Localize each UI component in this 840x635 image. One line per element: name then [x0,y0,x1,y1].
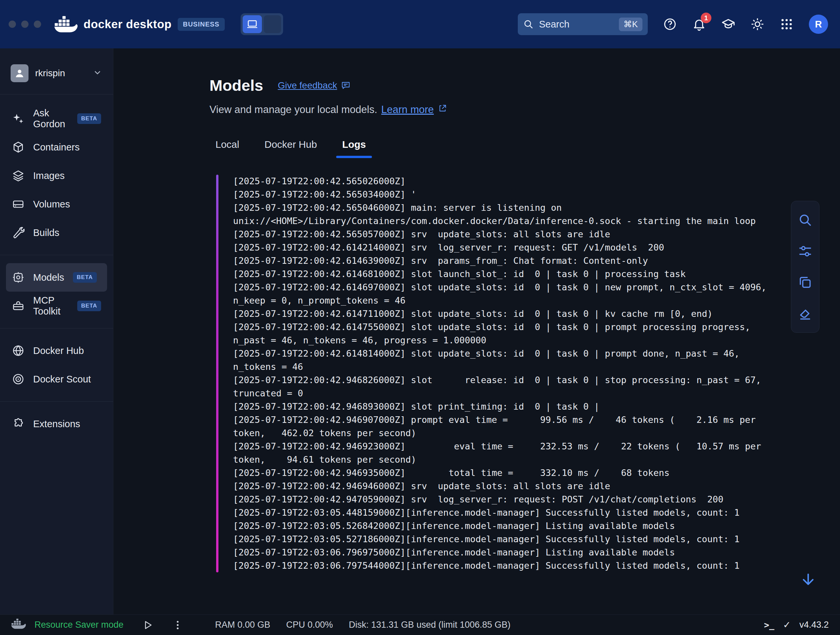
sidebar-item-ask-gordon[interactable]: Ask Gordon BETA [6,104,107,133]
beta-badge: BETA [73,272,97,283]
copy-logs-button[interactable] [797,275,813,290]
scroll-to-bottom-button[interactable] [800,571,817,589]
image-layers-icon [12,169,25,182]
window-controls [9,20,41,28]
run-button[interactable] [142,619,153,631]
disk-usage: Disk: 131.31 GB used (limit 1006.85 GB) [349,620,510,630]
zoom-window-button[interactable] [34,20,41,28]
settings-button[interactable] [750,17,765,32]
log-line: [2025-07-19T22:00:42.614639000Z] srv par… [233,254,769,268]
toolbox-icon [12,299,25,312]
view-toggle-alt-segment[interactable] [264,15,281,33]
sidebar-divider [0,94,113,95]
tab-logs[interactable]: Logs [336,139,372,158]
sidebar-item-builds[interactable]: Builds [6,218,107,247]
tab-docker-hub[interactable]: Docker Hub [259,139,323,158]
log-line: [2025-07-19T22:00:42.946946000Z] srv upd… [233,479,769,493]
radar-icon [12,373,25,386]
more-options-button[interactable] [172,619,183,631]
external-link-icon [438,104,447,116]
docker-whale-icon [54,16,77,33]
container-cube-icon [12,141,25,153]
sidebar-item-docker-hub[interactable]: Docker Hub [6,336,107,365]
docker-desktop-logo: docker desktop [54,16,172,33]
log-line: [2025-07-19T22:00:42.565026000Z] [233,175,769,188]
sidebar-item-extensions[interactable]: Extensions [6,410,107,438]
learning-center-button[interactable] [721,17,736,32]
search-input[interactable]: Search ⌘K [518,13,648,35]
learn-more-link[interactable]: Learn more [381,104,434,116]
log-viewer: [2025-07-19T22:00:42.565026000Z] [2025-0… [216,175,786,572]
view-toggle[interactable] [241,13,283,35]
log-line: [2025-07-19T22:00:42.614814000Z] slot up… [233,347,769,373]
log-line: [2025-07-19T22:03:05.526842000Z][inferen… [233,519,769,533]
log-line: [2025-07-19T22:00:42.614214000Z] srv log… [233,241,769,254]
sidebar-nav: Ask Gordon BETA Containers [0,104,113,438]
play-icon [142,619,153,631]
clear-logs-button[interactable] [797,306,813,321]
sidebar-item-containers[interactable]: Containers [6,133,107,161]
wrench-icon [12,226,25,239]
log-line: [2025-07-19T22:00:42.946893000Z] slot pr… [233,400,769,413]
filter-logs-button[interactable] [797,244,813,259]
terminal-icon[interactable]: >_ [764,620,774,630]
sidebar-divider [0,255,113,255]
view-toggle-desktop-segment[interactable] [243,15,262,33]
apps-grid-button[interactable] [779,17,794,32]
give-feedback-link[interactable]: Give feedback [278,80,351,91]
puzzle-icon [12,418,25,430]
help-button[interactable] [662,17,677,32]
drive-icon [12,198,25,210]
sidebar-item-volumes[interactable]: Volumes [6,190,107,218]
laptop-icon [246,18,258,30]
log-line: [2025-07-19T22:00:42.946935000Z] total t… [233,466,769,479]
log-line: [2025-07-19T22:00:42.946826000Z] slot re… [233,373,769,400]
sidebar: rkrispin Ask Gordon BETA [0,48,114,615]
search-logs-button[interactable] [797,213,813,228]
grid-dots-icon [780,17,794,31]
window-titlebar: docker desktop BUSINESS Search ⌘K [0,0,840,48]
sparkles-icon [12,112,25,125]
docker-engine-status-icon[interactable] [11,618,26,632]
sidebar-item-models[interactable]: Models BETA [6,263,107,292]
close-window-button[interactable] [9,20,16,28]
sidebar-item-images[interactable]: Images [6,161,107,190]
log-toolbar [791,201,819,333]
sidebar-item-mcp-toolkit[interactable]: MCP Toolkit BETA [6,292,107,320]
globe-icon [12,344,25,357]
account-selector[interactable]: rkrispin [6,60,106,86]
sidebar-item-docker-scout[interactable]: Docker Scout [6,365,107,393]
user-avatar[interactable]: R [809,14,828,34]
log-line: [2025-07-19T22:03:05.448159000Z][inferen… [233,506,769,519]
log-line: [2025-07-19T22:03:06.796975000Z][inferen… [233,546,769,559]
minimize-window-button[interactable] [21,20,28,28]
beta-badge: BETA [77,301,101,311]
models-chip-icon [12,271,25,284]
log-line: [2025-07-19T22:00:42.614755000Z] slot up… [233,320,769,347]
search-placeholder: Search [539,19,614,30]
chevron-down-icon [93,68,103,79]
feedback-icon [341,81,351,90]
help-icon [663,17,677,31]
log-line: [2025-07-19T22:00:42.565034000Z] ' [233,188,769,201]
page-title: Models [210,76,263,95]
app-version: v4.43.2 [799,620,829,630]
docker-desktop-window: docker desktop BUSINESS Search ⌘K [0,0,840,635]
tab-local[interactable]: Local [210,139,245,158]
person-icon [14,67,25,79]
brand-wordmark: docker desktop [84,17,172,31]
sidebar-divider [0,401,113,402]
filter-sliders-icon [798,244,813,258]
log-gradient-bar [216,175,218,572]
resource-saver-label[interactable]: Resource Saver mode [35,620,124,630]
notifications-button[interactable]: 1 [692,17,707,32]
kebab-menu-icon [172,619,183,631]
log-line: [2025-07-19T22:00:42.946923000Z] eval ti… [233,440,769,466]
log-line: [2025-07-19T22:00:42.946907000Z] prompt … [233,413,769,440]
log-lines[interactable]: [2025-07-19T22:00:42.565026000Z] [2025-0… [218,175,769,572]
log-line: [2025-07-19T22:03:05.527186000Z][inferen… [233,533,769,546]
search-icon [523,19,534,30]
resource-stats: RAM 0.00 GB CPU 0.00% Disk: 131.31 GB us… [215,620,510,630]
notification-count-badge: 1 [701,13,711,23]
page-subtitle: View and manage your local models. Learn… [210,104,840,116]
